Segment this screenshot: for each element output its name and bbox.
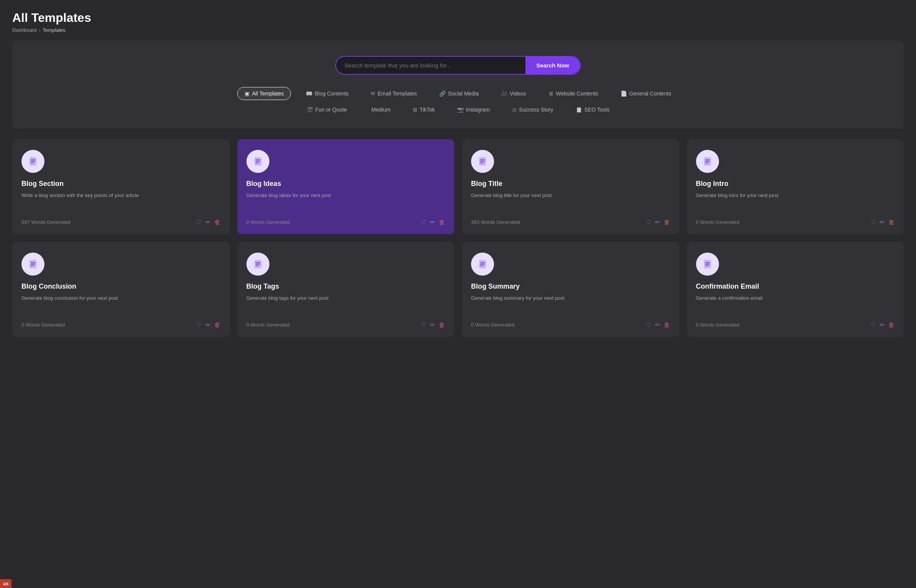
card-actions-blog-intro: ♡ ✏ 🗑 [870,218,895,226]
delete-icon-blog-ideas[interactable]: 🗑 [439,219,445,226]
page-wrapper: All Templates Dashboard › Templates Sear… [0,0,916,348]
template-card-blog-section[interactable]: Blog Section Write a blog section with t… [12,139,230,234]
favorite-icon-blog-conclusion[interactable]: ♡ [196,321,202,328]
favorite-icon-blog-title[interactable]: ♡ [646,218,651,226]
delete-icon-blog-section[interactable]: 🗑 [214,219,220,226]
filter-tab-social-media[interactable]: 🔗Social Media [432,87,486,100]
card-desc-blog-title: Generate blog title for your next post [471,192,670,210]
card-actions-blog-ideas: ♡ ✏ 🗑 [421,218,445,226]
svg-rect-14 [705,161,710,162]
filter-label-general-contents: General Contents [629,90,671,97]
card-actions-blog-tags: ♡ ✏ 🗑 [421,321,445,328]
edit-icon-confirmation-email[interactable]: ✏ [880,321,885,328]
svg-rect-25 [480,262,485,263]
edit-icon-blog-section[interactable]: ✏ [205,218,210,226]
svg-rect-18 [31,264,35,264]
svg-rect-6 [256,161,260,162]
filter-tab-tiktok[interactable]: ⊞TikTok [405,103,442,116]
search-bar-row: Search Now [25,56,891,75]
filter-icon-email-templates: ✉ [371,90,375,97]
delete-icon-confirmation-email[interactable]: 🗑 [888,322,895,328]
edit-icon-blog-intro[interactable]: ✏ [880,218,885,226]
template-card-blog-tags[interactable]: Blog Tags Generate blog tags for your ne… [237,242,455,337]
favorite-icon-blog-ideas[interactable]: ♡ [421,218,426,226]
filter-icon-general-contents: 📄 [621,90,627,97]
card-icon-confirmation-email [696,253,719,276]
svg-rect-5 [256,159,260,160]
edit-icon-blog-ideas[interactable]: ✏ [430,218,435,226]
template-card-confirmation-email[interactable]: Confirmation Email Generate a confirmati… [687,242,904,337]
favorite-icon-blog-tags[interactable]: ♡ [421,321,426,328]
edit-icon-blog-title[interactable]: ✏ [655,218,660,226]
template-card-blog-ideas[interactable]: Blog Ideas Generate blog ideas for your … [237,139,455,234]
filter-label-medium: Medium [371,107,391,113]
filter-label-website-contents: Website Contents [556,90,598,97]
template-card-blog-conclusion[interactable]: Blog Conclusion Generate blog conclusion… [12,242,230,337]
search-input[interactable] [336,57,525,74]
delete-icon-blog-intro[interactable]: 🗑 [888,219,895,226]
svg-rect-11 [480,163,483,163]
filter-label-email-templates: Email Templates [378,90,417,97]
filter-label-fun-or-quote: Fun or Quote [315,107,347,113]
filter-tab-all-templates[interactable]: ▣All Templates [237,87,291,100]
template-card-blog-title[interactable]: Blog Title Generate blog title for your … [462,139,679,234]
svg-rect-19 [31,265,34,266]
svg-rect-7 [256,163,259,163]
words-count-confirmation-email: 0 Words Generated [696,322,739,328]
filter-tab-general-contents[interactable]: 📄General Contents [613,87,679,100]
favorite-icon-blog-summary[interactable]: ♡ [646,321,651,328]
card-desc-confirmation-email: Generate a confirmation email [696,294,895,313]
filter-tab-instagram[interactable]: 📷Instagram [450,103,497,116]
filter-icon-website-contents: 🖥 [548,90,554,97]
search-button[interactable]: Search Now [525,57,580,74]
svg-rect-13 [705,159,710,160]
breadcrumb-parent[interactable]: Dashboard [12,27,37,33]
edit-icon-blog-conclusion[interactable]: ✏ [205,321,210,328]
breadcrumb: Dashboard › Templates [12,27,904,33]
card-actions-blog-title: ♡ ✏ 🗑 [646,218,670,226]
card-desc-blog-conclusion: Generate blog conclusion for your next p… [21,294,220,313]
filter-label-seo-tools: SEO Tools [584,107,610,113]
search-section: Search Now ▣All Templates📖Blog Contents✉… [12,41,904,128]
card-icon-blog-ideas [246,150,269,173]
delete-icon-blog-tags[interactable]: 🗑 [439,322,445,328]
svg-rect-30 [705,264,710,264]
filter-icon-fun-or-quote: 🎬 [307,107,313,113]
filter-tab-email-templates[interactable]: ✉Email Templates [363,87,424,100]
card-actions-blog-conclusion: ♡ ✏ 🗑 [196,321,220,328]
template-card-blog-summary[interactable]: Blog Summary Generate blog summary for y… [462,242,679,337]
delete-icon-blog-title[interactable]: 🗑 [664,219,670,226]
favorite-icon-confirmation-email[interactable]: ♡ [870,321,876,328]
search-bar: Search Now [335,56,581,75]
card-icon-blog-section [21,150,44,173]
filter-icon-blog-contents: 📖 [306,90,312,97]
filter-tab-medium[interactable]: Medium [362,103,398,116]
filter-tab-success-story[interactable]: ◎Success Story [505,103,560,116]
svg-rect-26 [480,264,485,264]
svg-rect-17 [31,262,35,263]
filter-tab-website-contents[interactable]: 🖥Website Contents [541,87,606,100]
words-count-blog-intro: 0 Words Generated [696,219,739,225]
template-card-blog-intro[interactable]: Blog Intro Generate blog intro for your … [687,139,904,234]
filter-row-2: 🎬Fun or QuoteMedium⊞TikTok📷Instagram◎Suc… [25,103,891,116]
edit-icon-blog-tags[interactable]: ✏ [430,321,435,328]
filter-tab-seo-tools[interactable]: 📋SEO Tools [568,103,617,116]
filter-tabs: ▣All Templates📖Blog Contents✉Email Templ… [25,87,891,116]
filter-label-videos: Videos [510,90,526,97]
words-count-blog-section: 597 Words Generated [21,219,71,225]
filter-tab-fun-or-quote[interactable]: 🎬Fun or Quote [299,103,355,116]
favorite-icon-blog-intro[interactable]: ♡ [870,218,876,226]
svg-rect-23 [256,265,259,266]
filter-tab-blog-contents[interactable]: 📖Blog Contents [299,87,356,100]
delete-icon-blog-summary[interactable]: 🗑 [664,322,670,328]
card-desc-blog-summary: Generate blog summary for your next post [471,294,670,313]
words-count-blog-summary: 0 Words Generated [471,322,514,328]
delete-icon-blog-conclusion[interactable]: 🗑 [214,322,220,328]
favorite-icon-blog-section[interactable]: ♡ [196,218,202,226]
filter-icon-videos: 🎥 [501,90,507,97]
svg-rect-31 [705,265,708,266]
card-icon-blog-title [471,150,494,173]
filter-tab-videos[interactable]: 🎥Videos [494,87,534,100]
card-icon-blog-intro [696,150,719,173]
edit-icon-blog-summary[interactable]: ✏ [655,321,660,328]
